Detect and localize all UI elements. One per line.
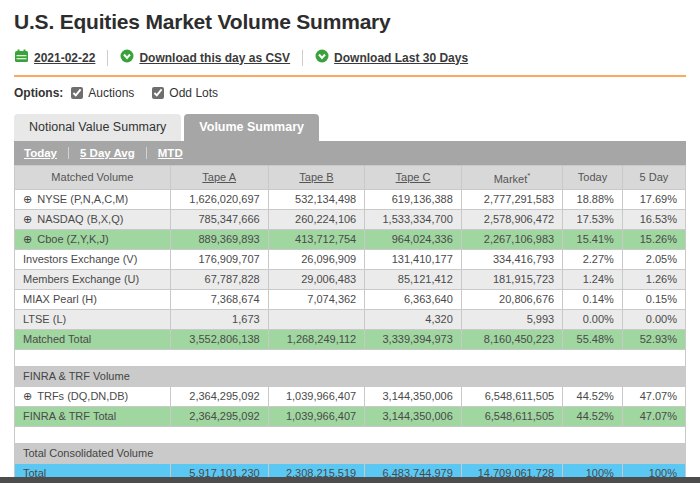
date-link[interactable]: 2021-02-22 [34,51,95,65]
cell-market: 2,578,906,472 [461,209,562,229]
odd-lots-label: Odd Lots [169,86,218,100]
cell-5day: 2.05% [622,249,685,269]
meta-row: 2021-02-22 Download this day as CSV Down… [14,49,686,66]
table-header-row: Matched Volume Tape A Tape B Tape C Mark… [15,166,686,190]
cell-tape-a: 889,369,893 [170,229,268,249]
cell-tape-c: 619,136,388 [365,189,462,209]
cell-tape-a: 2,364,295,092 [170,406,268,426]
cell-tape-b: 7,074,362 [268,289,365,309]
cell-tape-b: 1,039,966,407 [268,386,365,406]
cell-tape-b: 532,134,498 [268,189,365,209]
col-tape-a: Tape A [170,166,268,190]
col-market: Market* [461,166,562,190]
download-30d[interactable]: Download Last 30 Days [315,49,468,66]
spacer-row [15,349,686,366]
period-mtd-link[interactable]: MTD [158,147,183,159]
venue-label: Cboe (Z,Y,K,J) [37,233,108,245]
divider [302,50,303,66]
tape-b-link[interactable]: Tape B [299,171,333,183]
cell-tape-b: 413,712,754 [268,229,365,249]
download-30d-link[interactable]: Download Last 30 Days [334,51,468,65]
venue-label: Investors Exchange (V) [15,249,171,269]
option-odd-lots: Odd Lots [152,86,218,100]
cell-tape-a: 3,552,806,138 [170,329,268,349]
divider [107,50,108,66]
footer-strip [0,477,700,483]
total-label: Matched Total [15,329,171,349]
cell-today: 0.00% [563,309,623,329]
expand-icon[interactable]: ⊕ [23,233,32,246]
tab-bar: Notional Value Summary Volume Summary [14,114,686,141]
cell-today: 0.14% [563,289,623,309]
cell-market: 2,267,106,983 [461,229,562,249]
cell-5day: 0.00% [622,309,685,329]
row-matched-total: Matched Total 3,552,806,138 1,268,249,11… [15,329,686,349]
cell-market: 2,777,291,583 [461,189,562,209]
cell-tape-a: 785,347,666 [170,209,268,229]
volume-table: Matched Volume Tape A Tape B Tape C Mark… [14,165,686,483]
date-picker[interactable]: 2021-02-22 [14,49,95,66]
odd-lots-checkbox[interactable] [152,87,164,99]
period-today-link[interactable]: Today [24,147,57,159]
expand-icon[interactable]: ⊕ [23,390,32,403]
cell-tape-c: 964,024,336 [365,229,462,249]
cell-today: 1.24% [563,269,623,289]
cell-5day: 47.07% [622,386,685,406]
cell-market: 181,915,723 [461,269,562,289]
cell-today: 55.48% [563,329,623,349]
cell-tape-a: 176,909,707 [170,249,268,269]
period-bar: Today 5 Day Avg MTD [14,141,686,165]
cell-tape-c: 3,144,350,006 [365,406,462,426]
download-csv-link[interactable]: Download this day as CSV [139,51,290,65]
cell-5day: 17.69% [622,189,685,209]
total-section-header: Total Consolidated Volume [15,443,686,463]
cell-5day: 1.26% [622,269,685,289]
tab-volume-summary[interactable]: Volume Summary [184,114,319,141]
cell-tape-b: 29,006,483 [268,269,365,289]
expand-icon[interactable]: ⊕ [23,193,32,206]
options-row: Options: Auctions Odd Lots [14,86,686,100]
total-section-label: Total Consolidated Volume [15,443,686,463]
option-auctions: Auctions [71,86,134,100]
cell-5day: 0.15% [622,289,685,309]
row-ltse: LTSE (L) 1,673 4,320 5,993 0.00% 0.00% [15,309,686,329]
cell-5day: 47.07% [622,406,685,426]
auctions-checkbox[interactable] [71,87,83,99]
download-icon [315,49,329,66]
cell-tape-c: 85,121,412 [365,269,462,289]
spacer-row [15,426,686,443]
cell-today: 15.41% [563,229,623,249]
page: U.S. Equities Market Volume Summary 2021… [0,0,700,483]
row-nyse: ⊕NYSE (P,N,A,C,M) 1,626,020,697 532,134,… [15,189,686,209]
cell-5day: 52.93% [622,329,685,349]
orange-divider [14,75,686,77]
finra-section-header: FINRA & TRF Volume [15,366,686,386]
page-title: U.S. Equities Market Volume Summary [14,10,686,34]
market-asterisk: * [527,171,530,180]
cell-market: 334,416,793 [461,249,562,269]
col-tape-c: Tape C [365,166,462,190]
tape-c-link[interactable]: Tape C [396,171,431,183]
cell-market: 6,548,611,505 [461,406,562,426]
period-5day-avg-link[interactable]: 5 Day Avg [80,147,135,159]
cell-tape-c: 4,320 [365,309,462,329]
cell-tape-b: 1,039,966,407 [268,406,365,426]
cell-today: 44.52% [563,406,623,426]
row-finra-trf-total: FINRA & TRF Total 2,364,295,092 1,039,96… [15,406,686,426]
calendar-icon [14,49,29,66]
download-csv[interactable]: Download this day as CSV [120,49,290,66]
col-tape-b: Tape B [268,166,365,190]
cell-tape-b [268,309,365,329]
tab-notional-value-summary[interactable]: Notional Value Summary [14,114,181,141]
cell-tape-c: 3,339,394,973 [365,329,462,349]
cell-market: 20,806,676 [461,289,562,309]
tape-a-link[interactable]: Tape A [202,171,236,183]
cell-tape-a: 67,787,828 [170,269,268,289]
cell-tape-a: 1,673 [170,309,268,329]
options-label: Options: [14,86,63,100]
total-label: FINRA & TRF Total [15,406,171,426]
divider [68,147,69,159]
cell-5day: 16.53% [622,209,685,229]
expand-icon[interactable]: ⊕ [23,213,32,226]
cell-today: 2.27% [563,249,623,269]
